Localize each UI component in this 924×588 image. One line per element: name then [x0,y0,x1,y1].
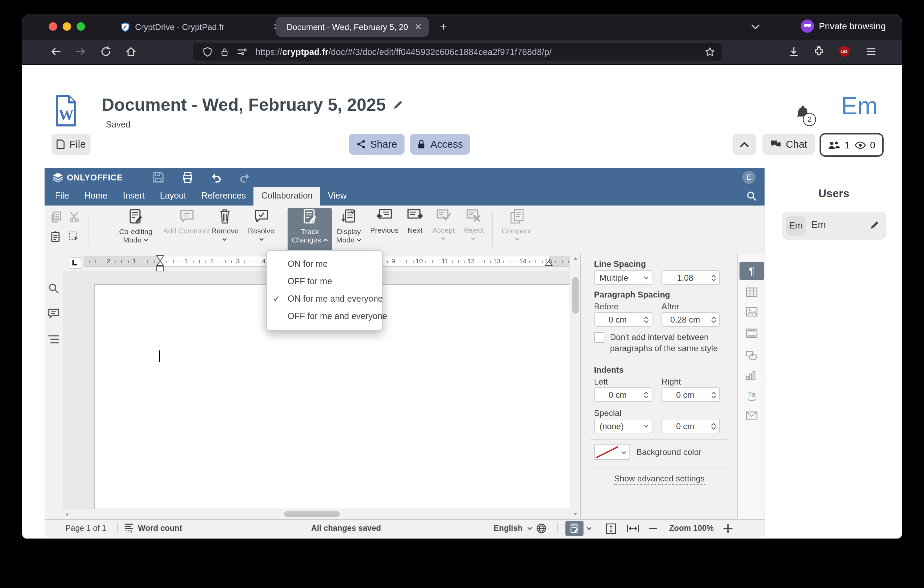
indent-markers[interactable] [156,255,164,273]
spinner-arrows[interactable] [711,391,719,398]
scroll-left-icon[interactable] [65,512,69,517]
extensions-puzzle-icon[interactable] [813,46,825,57]
presence-counters[interactable]: 1 0 [820,133,884,157]
track-menu-item[interactable]: ✓ON for me and everyone [267,291,382,308]
navigation-headings-icon[interactable] [48,334,59,344]
spinner-arrows[interactable] [644,391,652,398]
tab-cryptdrive[interactable]: CryptDrive - CryptPad.fr ✕ [115,18,287,36]
text-art-settings-tab[interactable]: Ta [746,390,757,401]
access-button[interactable]: Access [410,134,470,155]
collapse-toolbar-button[interactable] [733,134,756,155]
forward-icon[interactable] [75,46,86,57]
h-scrollbar[interactable] [63,509,569,519]
v-scroll-thumb[interactable] [573,277,579,314]
special-value-spinner[interactable]: 0 cm [662,419,720,433]
tab-stop-selector[interactable] [69,257,81,269]
edit-name-pencil-icon[interactable] [870,220,879,230]
lock-icon[interactable] [220,47,229,57]
select-all-icon[interactable] [68,231,80,243]
v-scrollbar[interactable] [569,254,581,519]
shape-settings-tab[interactable] [746,350,757,361]
file-button[interactable]: File [51,134,91,155]
background-color-dropdown[interactable] [619,444,630,460]
zoom-in-icon[interactable] [723,524,733,533]
indent-right-spinner[interactable]: 0 cm [662,387,720,402]
chart-settings-tab[interactable] [746,371,756,381]
track-menu-item[interactable]: OFF for me and everyone [267,308,382,325]
track-changes-button[interactable]: Track Changes [287,208,332,251]
cut-icon[interactable] [68,211,80,223]
account-avatar[interactable]: Em [841,92,878,120]
new-tab-button[interactable]: + [440,20,447,34]
office-menu-tab-layout[interactable]: Layout [152,187,194,205]
reload-icon[interactable] [100,46,111,57]
spellcheck-globe-icon[interactable] [536,523,546,533]
paste-icon[interactable] [50,231,62,243]
minimize-window-button[interactable] [63,22,71,31]
list-tabs-chevron-icon[interactable] [751,24,761,30]
mail-merge-settings-tab[interactable] [746,411,757,420]
ublock-origin-icon[interactable]: uO [838,45,850,58]
special-select[interactable]: (none) [594,419,652,433]
coediting-mode-button[interactable]: Co-editing Mode [109,208,162,251]
fit-page-icon[interactable] [606,523,616,534]
office-menu-tab-insert[interactable]: Insert [115,187,152,205]
spinner-arrows[interactable] [711,274,719,281]
add-comment-button[interactable]: Add Comment [162,208,211,251]
office-menu-tab-file[interactable]: File [47,187,77,205]
language-selector[interactable]: English [494,524,523,532]
previous-change-button[interactable]: Previous [363,208,405,251]
zoom-out-icon[interactable] [649,527,657,530]
background-color-swatch[interactable] [594,444,620,460]
table-settings-tab[interactable] [746,287,757,297]
url-text[interactable]: https://cryptpad.fr/doc/#/3/doc/edit/ff0… [256,47,552,57]
print-icon[interactable] [182,172,193,183]
scroll-up-icon[interactable] [573,256,578,261]
right-indent-marker[interactable] [544,255,553,267]
word-count-label[interactable]: Word count [138,524,182,532]
spacing-before-spinner[interactable]: 0 cm [594,312,652,327]
notifications-bell[interactable]: 2 [794,104,812,123]
home-icon[interactable] [125,46,137,57]
search-icon[interactable] [746,191,757,202]
chat-button[interactable]: Chat [762,134,815,155]
track-menu-item[interactable]: OFF for me [267,273,382,291]
close-window-button[interactable] [49,22,57,31]
tracking-shield-icon[interactable] [203,47,212,57]
track-changes-toggle[interactable] [565,521,584,536]
redo-icon[interactable] [239,172,251,183]
reject-button[interactable]: Reject [457,208,490,251]
document-title[interactable]: Document - Wed, February 5, 2025 [102,95,386,115]
office-menu-tab-view[interactable]: View [320,187,355,205]
advanced-settings-link[interactable]: Show advanced settings [581,474,738,484]
user-card[interactable]: Em Em [782,212,886,239]
compare-button[interactable]: Compare [496,208,538,251]
next-change-button[interactable]: Next [401,208,429,251]
spinner-arrows[interactable] [644,316,652,323]
tab-close-icon[interactable]: ✕ [413,21,423,32]
paragraph-settings-tab[interactable]: ¶ [739,262,764,280]
remove-button[interactable]: Remove [206,208,244,251]
bookmark-star-icon[interactable] [705,47,715,57]
back-icon[interactable] [50,46,61,57]
track-menu-item[interactable]: ON for me [267,256,382,273]
fit-width-icon[interactable] [627,525,639,532]
scroll-down-icon[interactable] [573,512,578,516]
menu-hamburger-icon[interactable] [866,46,877,57]
url-bar[interactable]: https://cryptpad.fr/doc/#/3/doc/edit/ff0… [193,43,722,61]
accept-button[interactable]: Accept [426,208,461,251]
image-settings-tab[interactable] [746,307,757,317]
office-user-avatar[interactable]: E [742,171,756,184]
spacing-after-spinner[interactable]: 0.28 cm [662,312,720,327]
permissions-icon[interactable] [237,47,247,57]
spinner-arrows[interactable] [711,316,719,323]
indent-left-spinner[interactable]: 0 cm [594,387,652,402]
undo-icon[interactable] [210,172,222,183]
office-menu-tab-collaboration[interactable]: Collaboration [254,187,320,205]
find-icon[interactable] [48,283,59,294]
zoom-window-button[interactable] [77,22,85,31]
copy-icon[interactable] [50,211,62,223]
share-button[interactable]: Share [349,134,404,155]
comments-icon[interactable] [48,309,59,319]
display-mode-button[interactable]: Display Mode [329,208,369,251]
